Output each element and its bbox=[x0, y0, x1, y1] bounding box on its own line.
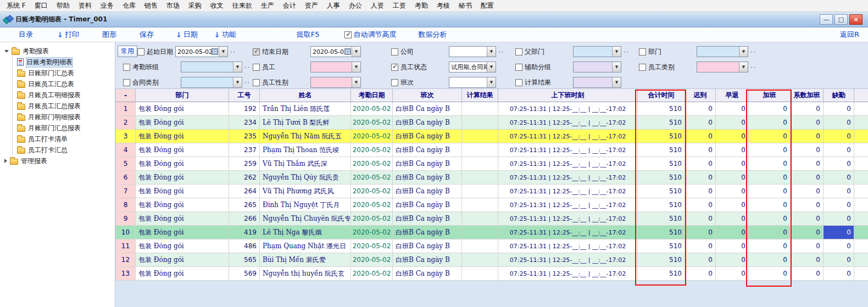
chevron-down-icon[interactable]: ▼ bbox=[487, 62, 496, 72]
menu-item-19[interactable]: 考核 bbox=[432, 0, 454, 12]
dropdown-select[interactable]: ▼ bbox=[181, 77, 242, 88]
filter-checkbox[interactable] bbox=[515, 79, 522, 86]
cell-calc[interactable] bbox=[462, 267, 498, 280]
cell-absent[interactable]: 0 bbox=[824, 185, 854, 198]
cell-coef_ot[interactable]: 0 bbox=[791, 253, 824, 266]
table-row[interactable]: 6包装 Đóng gói262Nguyễn Thị Qúy 阮氏贵2020-05… bbox=[116, 171, 868, 185]
menu-item-9[interactable]: 收支 bbox=[206, 0, 228, 12]
cell-date[interactable]: 2020-05-02 bbox=[351, 198, 393, 211]
filter-checkbox[interactable] bbox=[253, 48, 260, 55]
cell-total[interactable]: 510 bbox=[638, 267, 685, 280]
cell-total[interactable]: 510 bbox=[638, 102, 685, 115]
cell-shift[interactable]: 白班B Ca ngày B bbox=[393, 198, 462, 211]
filter-checkbox[interactable] bbox=[639, 48, 646, 55]
table-row[interactable]: 13包装 Đóng gói569Nguyễn thị huyền 阮氏玄2020… bbox=[116, 267, 868, 281]
cell-overtime[interactable]: 0 bbox=[749, 157, 791, 170]
cell-dept[interactable]: 包装 Đóng gói bbox=[136, 253, 229, 266]
chevron-down-icon[interactable]: ▼ bbox=[739, 62, 748, 72]
cell-shift[interactable]: 白班B Ca ngày B bbox=[393, 253, 462, 266]
cell-coef_ot[interactable]: 0 bbox=[791, 226, 824, 239]
cell-date[interactable]: 2020-05-02 bbox=[351, 239, 393, 253]
cell-num[interactable]: 4 bbox=[116, 143, 136, 157]
cell-absent[interactable]: 0 bbox=[824, 171, 854, 184]
filter-checkbox[interactable] bbox=[123, 64, 130, 71]
menu-item-12[interactable]: 会计 bbox=[279, 0, 301, 12]
cell-num[interactable]: 7 bbox=[116, 185, 136, 198]
toolbar-save-button[interactable]: 保存 bbox=[140, 30, 154, 40]
chevron-down-icon[interactable]: ▼ bbox=[219, 47, 227, 57]
chevron-down-icon[interactable]: ▼ bbox=[352, 47, 360, 57]
table-row[interactable]: 10包装 Đóng gói419Lê Thị Nga 黎氏娥2020-05-02… bbox=[116, 226, 868, 239]
sidebar-item-8[interactable]: 员工打卡汇总 bbox=[13, 144, 115, 155]
chevron-down-icon[interactable]: ▼ bbox=[612, 62, 621, 72]
cell-overtime[interactable]: 0 bbox=[749, 185, 791, 198]
cell-num[interactable]: 6 bbox=[116, 171, 136, 184]
cell-dept[interactable]: 包装 Đóng gói bbox=[136, 185, 229, 198]
cell-empno[interactable]: 565 bbox=[229, 253, 260, 266]
cell-name[interactable]: Lê Thị Nga 黎氏娥 bbox=[260, 226, 351, 239]
chevron-down-icon[interactable]: ▼ bbox=[612, 47, 621, 57]
cell-name[interactable]: Nguyễn Thị Chuyên 阮氏专 bbox=[260, 212, 351, 225]
cell-late[interactable]: 0 bbox=[685, 267, 716, 280]
tree-group-1[interactable]: 管理报表 bbox=[0, 155, 115, 166]
cell-date[interactable]: 2020-05-02 bbox=[351, 171, 393, 184]
ellipsis-button[interactable]: ·· bbox=[230, 48, 236, 55]
column-header-num[interactable]: - bbox=[116, 89, 136, 102]
date-input[interactable]: 2020-05-02▼ bbox=[175, 46, 228, 57]
sidebar-item-5[interactable]: 月账部门明细报表 bbox=[13, 111, 115, 122]
cell-overtime[interactable]: 0 bbox=[749, 226, 791, 239]
menu-item-5[interactable]: 仓库 bbox=[118, 0, 140, 12]
cell-coef_ot[interactable]: 0 bbox=[791, 116, 824, 129]
cell-calc[interactable] bbox=[462, 212, 498, 225]
cell-empno[interactable]: 266 bbox=[229, 212, 260, 225]
cell-name[interactable]: Bùi Thị Mến 裴氏爱 bbox=[260, 253, 351, 266]
chevron-down-icon[interactable]: ▼ bbox=[739, 47, 748, 57]
cell-empno[interactable]: 265 bbox=[229, 198, 260, 211]
filter-checkbox[interactable] bbox=[515, 64, 522, 71]
cell-times[interactable]: 07:25-11:31 | 12:25-__:__ | __:__-17:02 bbox=[498, 267, 638, 280]
filter-checkbox[interactable] bbox=[391, 64, 398, 71]
cell-overtime[interactable]: 0 bbox=[749, 116, 791, 129]
cell-date[interactable]: 2020-05-02 bbox=[351, 157, 393, 170]
table-row[interactable]: 11包装 Đóng gói486Phạm Quang Nhật 潘光日2020-… bbox=[116, 239, 868, 253]
column-header-shift[interactable]: 班次 bbox=[393, 89, 462, 102]
dropdown-select[interactable]: ▼ bbox=[573, 62, 621, 72]
cell-shift[interactable]: 白班B Ca ngày B bbox=[393, 239, 462, 253]
column-header-overtime[interactable]: 加班 bbox=[749, 89, 791, 102]
column-header-coef_ot[interactable]: 系数加班 bbox=[791, 89, 824, 102]
chevron-down-icon[interactable]: ▼ bbox=[352, 62, 360, 72]
column-header-times[interactable]: 上下班时刻 bbox=[498, 89, 638, 102]
cell-total[interactable]: 510 bbox=[638, 253, 685, 266]
cell-shift[interactable]: 白班B Ca ngày B bbox=[393, 171, 462, 184]
cell-num[interactable]: 8 bbox=[116, 198, 136, 211]
cell-date[interactable]: 2020-05-02 bbox=[351, 143, 393, 157]
menu-item-21[interactable]: 配置 bbox=[476, 0, 498, 12]
table-row[interactable]: 7包装 Đóng gói264Vũ Thị Phương 武氏风2020-05-… bbox=[116, 185, 868, 198]
toolbar-data-analysis-button[interactable]: 数据分析 bbox=[418, 30, 447, 40]
cell-total[interactable]: 510 bbox=[638, 212, 685, 225]
cell-early[interactable]: 0 bbox=[716, 171, 749, 184]
cell-name[interactable]: Đinh Thị Nguyệt 丁氏月 bbox=[260, 198, 351, 211]
cell-calc[interactable] bbox=[462, 116, 498, 129]
cell-calc[interactable] bbox=[462, 171, 498, 184]
cell-late[interactable]: 0 bbox=[685, 143, 716, 157]
cell-dept[interactable]: 包装 Đóng gói bbox=[136, 212, 229, 225]
cell-num[interactable]: 12 bbox=[116, 253, 136, 266]
toolbar-extract-f5-button[interactable]: 提取F5 bbox=[297, 30, 320, 40]
cell-date[interactable]: 2020-05-02 bbox=[351, 102, 393, 115]
cell-shift[interactable]: 白班B Ca ngày B bbox=[393, 157, 462, 170]
cell-coef_ot[interactable]: 0 bbox=[791, 130, 824, 143]
cell-late[interactable]: 0 bbox=[685, 185, 716, 198]
collapse-icon[interactable] bbox=[4, 50, 9, 53]
column-header-dept[interactable]: 部门 bbox=[136, 89, 229, 102]
cell-overtime[interactable]: 0 bbox=[749, 130, 791, 143]
cell-shift[interactable]: 白班B Ca ngày B bbox=[393, 116, 462, 129]
cell-absent[interactable]: 0 bbox=[824, 198, 854, 211]
cell-coef_ot[interactable]: 0 bbox=[791, 171, 824, 184]
dropdown-select[interactable]: 试用期,合同期▼ bbox=[449, 62, 496, 72]
filter-checkbox[interactable] bbox=[515, 48, 522, 55]
chevron-down-icon[interactable]: ▼ bbox=[233, 77, 242, 87]
expand-icon[interactable] bbox=[4, 159, 7, 163]
cell-shift[interactable]: 白班B Ca ngày B bbox=[393, 143, 462, 157]
cell-num[interactable]: 9 bbox=[116, 212, 136, 225]
